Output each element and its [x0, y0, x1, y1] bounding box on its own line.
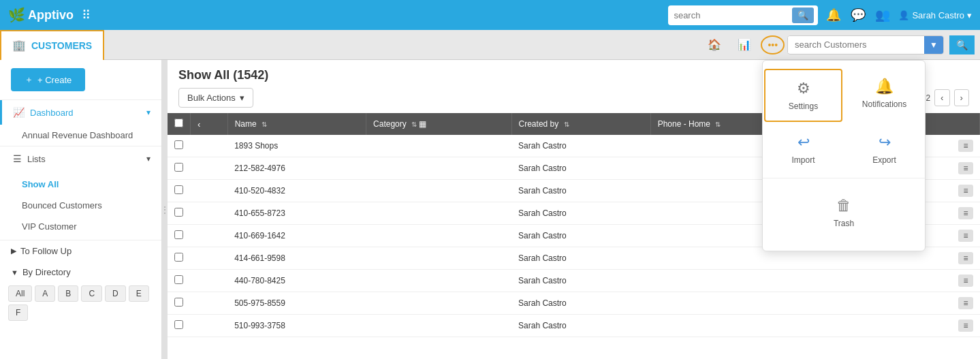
customers-tab[interactable]: 🏢 CUSTOMERS: [0, 30, 104, 60]
menu-item-settings[interactable]: ⚙ Settings: [764, 69, 842, 122]
header-category[interactable]: Category ⇅ ▦: [366, 113, 511, 135]
dir-btn-all[interactable]: All: [8, 285, 32, 302]
row-name-5: 414-661-9598: [227, 247, 366, 270]
row-checkbox-7[interactable]: [174, 298, 183, 307]
dir-btn-b[interactable]: B: [58, 285, 78, 302]
messages-nav-icon[interactable]: 💬: [851, 7, 866, 22]
row-checkbox-8[interactable]: [174, 320, 183, 329]
global-search-input[interactable]: [674, 10, 788, 20]
logo[interactable]: 🌿 Apptivo: [8, 7, 74, 23]
row-created-by-5: Sarah Castro: [511, 247, 650, 270]
row-action-btn-8[interactable]: ≡: [958, 319, 973, 332]
export-icon: ↪: [879, 134, 891, 151]
row-category-5: [366, 247, 511, 270]
show-all-title: Show All (1542): [178, 68, 268, 82]
row-action-btn-0[interactable]: ≡: [958, 140, 973, 152]
sidebar-list-bounced-customers[interactable]: Bounced Customers: [0, 195, 161, 216]
bounced-customers-label: Bounced Customers: [22, 200, 102, 210]
charts-button[interactable]: 📊: [731, 34, 758, 55]
create-button-label: + Create: [37, 75, 72, 85]
row-name-4: 410-669-1642: [227, 225, 366, 247]
show-all-label: Show All: [22, 179, 59, 189]
sidebar-item-dashboard[interactable]: 📈 Dashboard ▾: [0, 100, 161, 125]
created-by-sort-icon: ⇅: [564, 121, 569, 128]
create-plus-icon: ＋: [25, 74, 33, 86]
customers-search-dropdown[interactable]: ▼: [924, 36, 943, 54]
trash-icon: 🗑: [836, 197, 851, 215]
next-page-button[interactable]: ›: [954, 89, 969, 106]
row-category-4: [366, 225, 511, 247]
dir-btn-f[interactable]: F: [8, 305, 28, 321]
settings-label: Settings: [789, 102, 818, 111]
apps-grid-icon[interactable]: ⠿: [82, 7, 91, 22]
create-button[interactable]: ＋ + Create: [11, 68, 85, 91]
user-menu[interactable]: 👤 Sarah Castro ▾: [898, 10, 972, 20]
logo-text: Apptivo: [28, 8, 74, 22]
home-button[interactable]: 🏠: [701, 34, 728, 55]
menu-item-notifications[interactable]: 🔔 Notifications: [844, 67, 925, 123]
row-checkbox-5[interactable]: [174, 253, 183, 262]
row-action-btn-7[interactable]: ≡: [958, 297, 973, 309]
dir-btn-d[interactable]: D: [105, 285, 126, 302]
row-checkbox-6[interactable]: [174, 275, 183, 284]
header-name[interactable]: Name ⇅: [227, 113, 366, 135]
back-nav-button[interactable]: ‹: [197, 119, 200, 129]
sidebar-group-by-directory[interactable]: ▼ By Directory: [0, 262, 161, 283]
menu-item-trash[interactable]: 🗑 Trash: [826, 187, 862, 238]
bulk-actions-button[interactable]: Bulk Actions ▾: [178, 88, 253, 108]
row-email-6: [817, 270, 891, 292]
customers-search-input[interactable]: [788, 36, 924, 53]
row-action-btn-4[interactable]: ≡: [958, 230, 973, 242]
menu-item-export[interactable]: ↪ Export: [844, 123, 925, 175]
row-checkbox-cell-5: [168, 247, 191, 270]
dashboard-label: Dashboard: [30, 108, 74, 118]
header-created-by[interactable]: Created by ⇅: [511, 113, 650, 135]
select-all-checkbox[interactable]: [174, 119, 183, 127]
row-created-by-0: Sarah Castro: [511, 135, 650, 157]
contacts-nav-icon[interactable]: 👥: [875, 7, 890, 22]
import-label: Import: [791, 155, 815, 165]
sidebar-item-lists[interactable]: ☰ Lists ▾: [0, 146, 161, 171]
category-filter-icon: ▦: [419, 119, 426, 129]
sidebar-resizer[interactable]: ⋮: [162, 60, 168, 359]
by-directory-label: By Directory: [22, 267, 71, 277]
customers-search-go-button[interactable]: 🔍: [949, 35, 975, 54]
menu-divider: [763, 178, 925, 178]
row-action-btn-1[interactable]: ≡: [958, 162, 973, 174]
row-checkbox-3[interactable]: [174, 208, 183, 217]
sidebar-annual-revenue[interactable]: Annual Revenue Dashboard: [0, 125, 161, 146]
row-checkbox-1[interactable]: [174, 163, 183, 172]
dir-btn-e[interactable]: E: [129, 285, 149, 302]
row-name-6: 440-780-8425: [227, 270, 366, 292]
nav-icons: 🔔 💬 👥: [826, 7, 890, 22]
prev-page-button[interactable]: ‹: [934, 89, 949, 106]
dir-btn-c[interactable]: C: [81, 285, 102, 302]
row-category-8: [366, 315, 511, 337]
row-created-by-4: Sarah Castro: [511, 225, 650, 247]
row-action-btn-2[interactable]: ≡: [958, 185, 973, 197]
sidebar-list-vip-customer[interactable]: VIP Customer: [0, 216, 161, 237]
lists-label: Lists: [27, 154, 46, 164]
row-category-7: [366, 292, 511, 315]
table-row: 510-993-3758 Sarah Castro ≡: [168, 315, 980, 337]
row-nav-cell-5: [191, 247, 228, 270]
global-search-button[interactable]: 🔍: [792, 7, 814, 23]
settings-icon: ⚙: [797, 80, 810, 97]
row-checkbox-cell-4: [168, 225, 191, 247]
row-checkbox-0[interactable]: [174, 140, 183, 149]
dir-btn-a[interactable]: A: [35, 285, 55, 302]
row-checkbox-2[interactable]: [174, 185, 183, 194]
row-checkbox-4[interactable]: [174, 230, 183, 239]
row-action-btn-3[interactable]: ≡: [958, 207, 973, 219]
more-options-button[interactable]: •••: [761, 35, 785, 54]
row-checkbox-cell-2: [168, 180, 191, 202]
notifications-nav-icon[interactable]: 🔔: [826, 7, 841, 22]
global-search-bar: 🔍: [668, 5, 818, 25]
sidebar-group-to-follow-up[interactable]: ▶ To Follow Up: [0, 240, 161, 262]
row-created-by-8: Sarah Castro: [511, 315, 650, 337]
row-action-btn-6[interactable]: ≡: [958, 275, 973, 287]
row-action-btn-5[interactable]: ≡: [958, 252, 973, 264]
menu-item-import[interactable]: ↩ Import: [763, 123, 844, 175]
row-created-by-1: Sarah Castro: [511, 157, 650, 180]
sidebar-list-show-all[interactable]: Show All: [0, 174, 161, 195]
